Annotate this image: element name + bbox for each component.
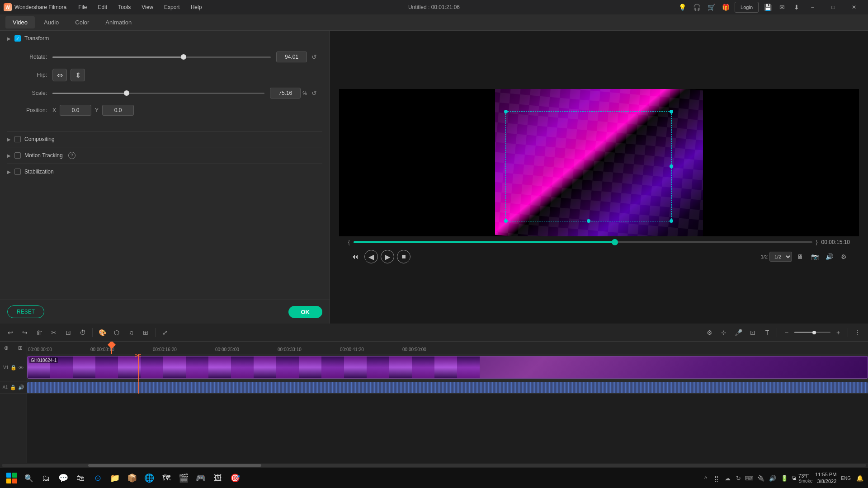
minimize-button[interactable]: − (802, 0, 823, 14)
rotate-slider[interactable] (52, 56, 271, 58)
speed-button[interactable]: ⏱ (76, 326, 90, 339)
rotate-input[interactable] (276, 52, 307, 62)
progress-track[interactable] (354, 241, 812, 243)
menu-file[interactable]: File (74, 2, 91, 12)
volume-icon[interactable]: 🔊 (823, 250, 835, 263)
store-icon[interactable]: 🛍 (72, 470, 89, 486)
photos-icon[interactable]: 🖼 (210, 470, 226, 486)
effects-button[interactable]: 🎨 (95, 326, 109, 339)
audio-volume-icon[interactable]: 🔊 (18, 385, 24, 390)
zoom-out-button[interactable]: − (780, 326, 793, 339)
menu-help[interactable]: Help (186, 2, 207, 12)
close-button[interactable]: ✕ (844, 0, 864, 14)
game-icon[interactable]: 🎯 (227, 470, 243, 486)
weather-widget[interactable]: 🌤 73°F Smoke (792, 473, 812, 483)
motion-tracking-checkbox[interactable] (14, 152, 21, 159)
undo-button[interactable]: ↩ (4, 326, 17, 339)
stop-button[interactable]: ■ (397, 250, 410, 263)
flip-horizontal-button[interactable]: ⇔ (52, 69, 67, 81)
battery-icon[interactable]: 🔋 (780, 474, 789, 483)
crop-button[interactable]: ⊡ (61, 326, 75, 339)
play-back-button[interactable]: ◀ (364, 250, 378, 263)
video-eye-icon[interactable]: 👁 (19, 365, 24, 371)
screen-icon[interactable]: 🖥 (794, 250, 807, 263)
transform-checkbox[interactable]: ✓ (14, 35, 21, 42)
flip-vertical-button[interactable]: ⇕ (71, 69, 85, 81)
motion-tracking-help-icon[interactable]: ? (68, 152, 75, 159)
scale-slider[interactable] (52, 93, 264, 94)
compositing-section-header[interactable]: ▶ Compositing (0, 131, 330, 147)
language-icon[interactable]: ENG (839, 474, 853, 483)
app-logo[interactable]: W Wondershare Filmora (4, 3, 66, 11)
snap-btn[interactable]: ⊹ (717, 326, 731, 339)
volume-tray-icon[interactable]: 🔊 (768, 474, 777, 483)
title-btn[interactable]: T (760, 326, 774, 339)
tab-audio[interactable]: Audio (37, 16, 66, 28)
tab-video[interactable]: Video (5, 16, 35, 28)
pos-x-input[interactable] (60, 105, 91, 116)
zoom-in-button[interactable]: + (831, 326, 845, 339)
keyboard-icon[interactable]: ⌨ (745, 474, 754, 483)
login-button[interactable]: Login (735, 2, 759, 13)
tab-color[interactable]: Color (68, 16, 96, 28)
stabilization-checkbox[interactable] (14, 169, 21, 175)
filmora-taskbar-icon[interactable]: 🎬 (175, 470, 192, 486)
edge-icon[interactable]: ⊙ (90, 470, 106, 486)
ruler-track[interactable]: 00:00:00:00 00:00:08:10 00:00:16:20 00:0… (27, 342, 868, 354)
scale-reset-icon[interactable]: ↺ (310, 89, 319, 98)
transition-button[interactable]: ⬡ (110, 326, 123, 339)
lightbulb-icon[interactable]: 💡 (677, 2, 688, 13)
pos-y-input[interactable] (102, 105, 134, 116)
mail-icon[interactable]: ✉ (777, 2, 788, 13)
sync-icon[interactable]: ↻ (734, 474, 743, 483)
transform-section-header[interactable]: ▶ ✓ Transform (0, 31, 330, 46)
compositing-checkbox[interactable] (14, 136, 21, 142)
play-button[interactable]: ▶ (381, 250, 394, 263)
settings-btn[interactable]: ⚙ (703, 326, 716, 339)
save-icon[interactable]: 💾 (762, 2, 773, 13)
add-track-button[interactable]: ⊕ (0, 342, 13, 354)
zoom-slider[interactable] (794, 332, 830, 333)
clock[interactable]: 11:55 PM 3/8/2022 (815, 471, 836, 485)
folder-icon[interactable]: 📁 (107, 470, 123, 486)
menu-edit[interactable]: Edit (94, 2, 112, 12)
timeline-scrollbar[interactable] (0, 463, 868, 468)
notification-icon[interactable]: 🔔 (855, 474, 864, 483)
video-lock-icon[interactable]: 🔒 (10, 365, 17, 371)
audio-button[interactable]: ♫ (124, 326, 138, 339)
cart-icon[interactable]: 🛒 (706, 2, 717, 13)
download-icon[interactable]: ⬇ (791, 2, 802, 13)
audio-lock-icon[interactable]: 🔒 (10, 385, 16, 390)
redo-button[interactable]: ↪ (18, 326, 32, 339)
split-button[interactable]: ⊞ (139, 326, 152, 339)
tab-animation[interactable]: Animation (98, 16, 139, 28)
rotate-reset-icon[interactable]: ↺ (310, 52, 319, 61)
bars-icon[interactable]: ⣿ (712, 474, 721, 483)
menu-export[interactable]: Export (160, 2, 184, 12)
settings-icon[interactable]: ⚙ (837, 250, 850, 263)
dropbox-icon[interactable]: 📦 (124, 470, 140, 486)
scale-input[interactable] (270, 88, 301, 99)
scroll-track[interactable] (2, 464, 866, 467)
camera-icon[interactable]: 📷 (808, 250, 821, 263)
chat-icon[interactable]: 💬 (55, 470, 71, 486)
delete-button[interactable]: 🗑 (33, 326, 46, 339)
network-icon[interactable]: 🔌 (756, 474, 765, 483)
app-icon-2[interactable]: 🎮 (193, 470, 209, 486)
reset-button[interactable]: RESET (7, 305, 44, 318)
playhead-marker[interactable] (111, 342, 112, 354)
scroll-thumb[interactable] (88, 464, 261, 467)
stabilization-section-header[interactable]: ▶ Stabilization (0, 164, 330, 179)
cloud-icon[interactable]: ☁ (723, 474, 732, 483)
more-btn[interactable]: ⋮ (851, 326, 864, 339)
gift-icon[interactable]: 🎁 (720, 2, 731, 13)
overlay-btn[interactable]: ⊡ (746, 326, 760, 339)
file-explorer-icon[interactable]: 🗂 (38, 470, 54, 486)
headphone-icon[interactable]: 🎧 (691, 2, 702, 13)
mic-btn[interactable]: 🎤 (731, 326, 745, 339)
resolution-select[interactable]: 1/2 1/1 1/4 (769, 252, 792, 262)
motion-tracking-section-header[interactable]: ▶ Motion Tracking ? (0, 147, 330, 164)
tray-expand-icon[interactable]: ^ (701, 474, 710, 483)
start-button[interactable] (4, 470, 20, 486)
fit-button[interactable]: ⤢ (158, 326, 172, 339)
